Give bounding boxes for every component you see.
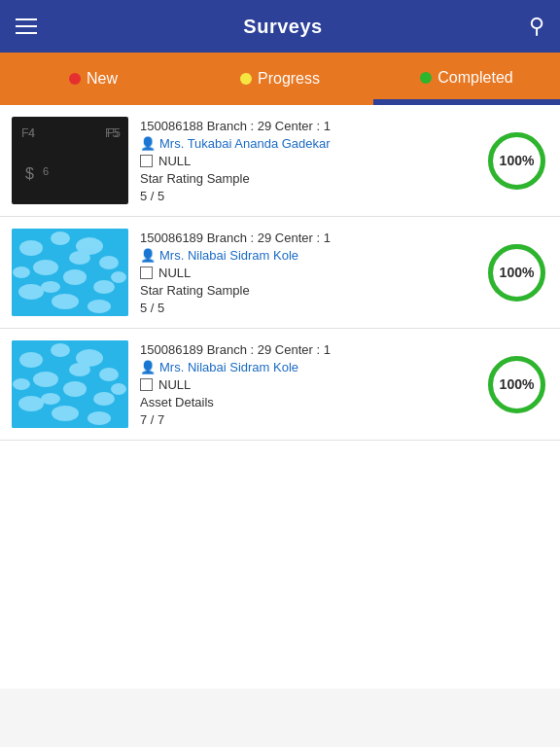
tab-new[interactable]: New: [0, 53, 187, 105]
survey-score: 5 / 5: [140, 189, 473, 203]
completed-dot: [420, 72, 432, 84]
svg-point-14: [41, 281, 60, 293]
survey-person: 👤 Mrs. Nilabai Sidram Kole: [140, 248, 473, 263]
survey-details: 150086188 Branch : 29 Center : 1 👤 Mrs. …: [140, 119, 473, 203]
progress-dot: [240, 73, 252, 85]
survey-id: 150086189 Branch : 29 Center : 1: [140, 342, 473, 357]
svg-point-6: [99, 256, 119, 269]
svg-point-30: [13, 378, 30, 390]
survey-item[interactable]: 150086189 Branch : 29 Center : 1 👤 Mrs. …: [0, 217, 560, 329]
menu-button[interactable]: [16, 18, 37, 34]
survey-type: Star Rating Sample: [140, 171, 473, 186]
new-dot: [69, 73, 81, 85]
svg-point-7: [33, 260, 58, 275]
progress-indicator: 100%: [485, 129, 548, 193]
survey-list: $ 6 F4 F5 150086188 Branch : 29 Center :…: [0, 105, 560, 689]
svg-point-21: [51, 343, 70, 357]
tab-completed-label: Completed: [438, 69, 512, 87]
svg-point-15: [69, 251, 90, 265]
svg-point-29: [88, 411, 111, 425]
survey-thumbnail: [12, 340, 128, 428]
survey-null: NULL: [140, 266, 473, 280]
svg-point-27: [18, 396, 44, 411]
checkbox-icon: [140, 155, 153, 167]
tab-new-label: New: [87, 70, 118, 88]
survey-details: 150086189 Branch : 29 Center : 1 👤 Mrs. …: [140, 231, 473, 315]
app-header: Surveys ⚲: [0, 0, 560, 53]
search-icon[interactable]: ⚲: [529, 14, 544, 39]
svg-point-3: [19, 240, 43, 256]
svg-point-16: [111, 271, 126, 283]
svg-point-12: [88, 300, 111, 313]
svg-point-9: [93, 280, 115, 294]
tab-completed[interactable]: Completed: [373, 53, 560, 105]
svg-point-4: [51, 231, 70, 245]
survey-person: 👤 Mrs. Tukabai Ananda Gadekar: [140, 136, 473, 151]
survey-score: 7 / 7: [140, 412, 473, 427]
svg-point-20: [19, 352, 43, 368]
survey-item[interactable]: 150086189 Branch : 29 Center : 1 👤 Mrs. …: [0, 329, 560, 441]
svg-point-13: [13, 267, 30, 278]
svg-point-25: [63, 381, 87, 397]
person-icon: 👤: [140, 136, 156, 151]
survey-id: 150086189 Branch : 29 Center : 1: [140, 231, 473, 245]
survey-id: 150086188 Branch : 29 Center : 1: [140, 119, 473, 133]
survey-item[interactable]: $ 6 F4 F5 150086188 Branch : 29 Center :…: [0, 105, 560, 217]
svg-point-8: [63, 269, 87, 285]
survey-thumbnail: [12, 229, 128, 316]
svg-point-24: [33, 372, 58, 387]
tab-progress-label: Progress: [258, 70, 320, 88]
person-icon: 👤: [140, 360, 156, 374]
percent-text: 100%: [500, 265, 535, 280]
tab-bar: New Progress Completed: [0, 53, 560, 105]
svg-point-28: [52, 406, 79, 421]
percent-text: 100%: [500, 376, 535, 392]
survey-null: NULL: [140, 377, 473, 392]
percent-text: 100%: [500, 153, 535, 168]
svg-point-11: [52, 294, 79, 309]
progress-indicator: 100%: [485, 353, 548, 416]
svg-point-23: [99, 368, 119, 381]
survey-score: 5 / 5: [140, 301, 473, 315]
survey-thumbnail: $ 6 F4 F5: [12, 117, 128, 204]
svg-point-26: [93, 392, 115, 406]
checkbox-icon: [140, 267, 153, 279]
survey-details: 150086189 Branch : 29 Center : 1 👤 Mrs. …: [140, 342, 473, 427]
survey-null: NULL: [140, 154, 473, 168]
person-icon: 👤: [140, 248, 156, 263]
svg-point-33: [111, 383, 126, 395]
svg-point-31: [41, 393, 60, 405]
svg-point-32: [69, 363, 90, 376]
survey-type: Star Rating Sample: [140, 283, 473, 298]
survey-type: Asset Details: [140, 395, 473, 409]
page-title: Surveys: [243, 16, 322, 38]
checkbox-icon: [140, 378, 153, 391]
progress-indicator: 100%: [485, 241, 548, 304]
survey-person: 👤 Mrs. Nilabai Sidram Kole: [140, 360, 473, 374]
tab-progress[interactable]: Progress: [187, 53, 373, 105]
svg-point-10: [18, 284, 44, 300]
